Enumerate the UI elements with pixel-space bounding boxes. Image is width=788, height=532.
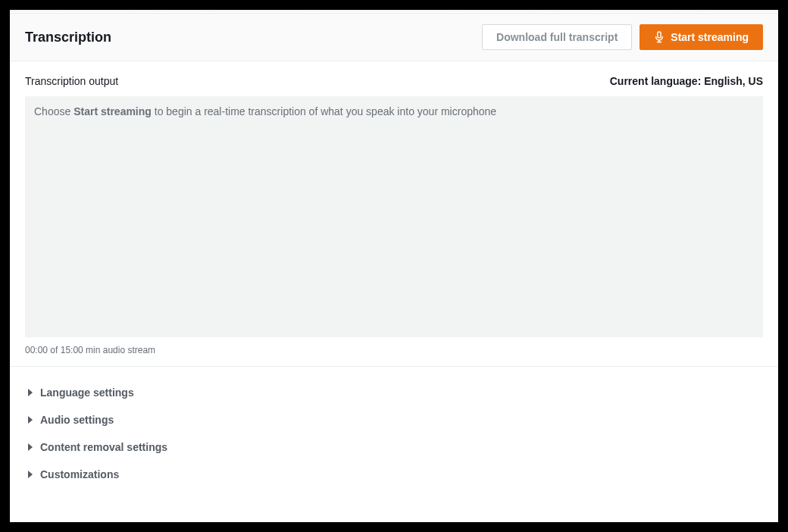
transcription-panel: Transcription Download full transcript — [10, 10, 778, 522]
microphone-icon — [654, 31, 664, 43]
section-label: Language settings — [40, 386, 134, 399]
download-transcript-label: Download full transcript — [496, 30, 618, 45]
panel-body: Transcription output Current language: E… — [10, 61, 778, 500]
placeholder-bold: Start streaming — [73, 105, 152, 117]
transcript-output-area: Choose Start streaming to begin a real-t… — [25, 96, 763, 337]
current-language-label: Current language: English, US — [610, 75, 763, 87]
page-title: Transcription — [25, 30, 111, 45]
section-customizations[interactable]: Customizations — [25, 461, 763, 488]
start-streaming-label: Start streaming — [671, 30, 749, 45]
section-label: Audio settings — [40, 414, 114, 426]
start-streaming-button[interactable]: Start streaming — [639, 24, 763, 50]
caret-right-icon — [28, 416, 33, 424]
panel-content: Transcription Download full transcript — [10, 13, 778, 500]
caret-right-icon — [28, 389, 33, 396]
output-header-row: Transcription output Current language: E… — [25, 75, 763, 87]
placeholder-prefix: Choose — [34, 105, 73, 117]
download-transcript-button[interactable]: Download full transcript — [482, 24, 632, 50]
settings-sections: Language settings Audio settings Content… — [25, 367, 763, 500]
section-label: Customizations — [40, 468, 119, 480]
caret-right-icon — [28, 443, 33, 451]
audio-stream-timer: 00:00 of 15:00 min audio stream — [25, 345, 763, 355]
placeholder-suffix: to begin a real-time transcription of wh… — [152, 105, 496, 117]
section-audio-settings[interactable]: Audio settings — [25, 406, 763, 433]
output-label: Transcription output — [25, 75, 118, 87]
section-content-removal-settings[interactable]: Content removal settings — [25, 433, 763, 461]
header-actions: Download full transcript Start streaming — [482, 24, 763, 50]
section-label: Content removal settings — [40, 441, 167, 453]
svg-rect-0 — [658, 32, 661, 38]
caret-right-icon — [28, 471, 33, 478]
section-language-settings[interactable]: Language settings — [25, 379, 763, 406]
panel-header: Transcription Download full transcript — [10, 14, 778, 61]
